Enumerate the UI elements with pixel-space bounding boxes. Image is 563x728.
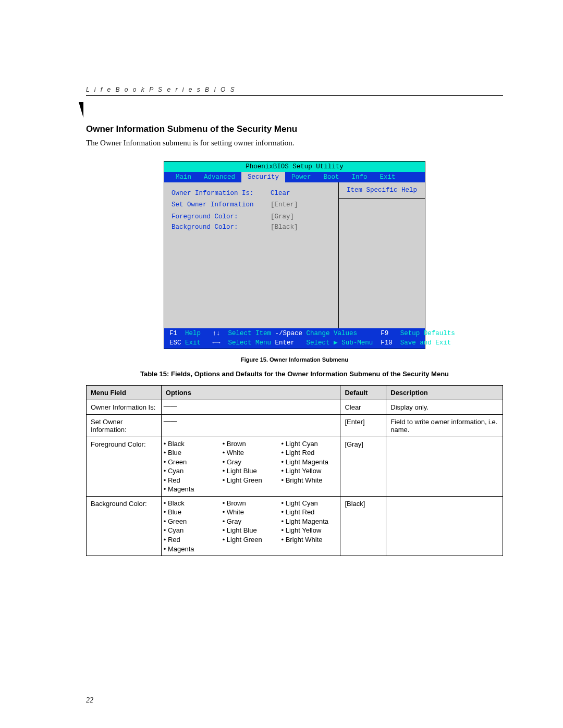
menu-field-cell: Owner Information Is:	[87, 400, 162, 414]
color-option: Brown	[223, 439, 279, 449]
bios-field-value: [Enter]	[271, 200, 298, 209]
color-option: Light Blue	[223, 526, 279, 535]
bios-menu-bar: MainAdvancedSecurityPowerBootInfoExit	[164, 172, 425, 182]
bios-tab: Power	[285, 172, 317, 182]
menu-field-cell: Foreground Color:	[87, 437, 162, 496]
color-option: Gray	[223, 517, 279, 526]
description-cell	[386, 496, 503, 556]
page-number: 22	[86, 696, 93, 705]
bios-footer: F1 Help ↑↓ Select Item -/Space Change Va…	[164, 328, 425, 348]
color-option: Green	[164, 458, 221, 467]
menu-field-cell: Background Color:	[87, 496, 162, 556]
color-option: Light Yellow	[282, 466, 338, 476]
table-header-row: Menu FieldOptionsDefaultDescription	[87, 385, 503, 400]
bios-help-title: Item Specific Help	[339, 182, 425, 199]
bios-tab: Boot	[317, 172, 346, 182]
running-header: L i f e B o o k P S e r i e s B I O S	[86, 86, 503, 93]
default-cell: [Black]	[340, 496, 386, 556]
color-option: Brown	[223, 499, 279, 508]
color-option: Bright White	[282, 535, 338, 545]
options-cell: ——	[161, 414, 340, 437]
bios-help-pane: Item Specific Help	[339, 182, 425, 328]
table-caption: Table 15: Fields, Options and Defaults f…	[86, 370, 503, 378]
menu-field-cell: Set Owner Information:	[87, 414, 162, 437]
color-option: Bright White	[282, 476, 338, 485]
table-row: Set Owner Information:——[Enter]Field to …	[87, 414, 503, 437]
bios-tab: Info	[346, 172, 374, 182]
bios-field-row: Foreground Color:[Gray]	[172, 212, 333, 221]
section-intro: The Owner Information submenu is for set…	[86, 139, 503, 147]
default-cell: [Gray]	[340, 437, 386, 496]
bios-field-value: Clear	[271, 189, 290, 198]
color-option: White	[223, 448, 279, 458]
color-option: Light Green	[223, 476, 279, 485]
color-option: Light Green	[223, 535, 279, 545]
bios-field-row: Set Owner Information[Enter]	[172, 200, 333, 209]
description-cell: Display only.	[386, 400, 503, 414]
color-option: Light Magenta	[282, 517, 338, 526]
options-cell: ——	[161, 400, 340, 414]
options-cell: BlackBlueGreenCyanRedMagentaBrownWhiteGr…	[161, 496, 340, 556]
table-row: Owner Information Is:——ClearDisplay only…	[87, 400, 503, 414]
bios-panel: PhoenixBIOS Setup Utility MainAdvancedSe…	[164, 161, 425, 349]
color-option: Light Cyan	[282, 499, 338, 508]
color-option: Blue	[164, 508, 221, 517]
color-option: Cyan	[164, 466, 221, 476]
section-title: Owner Information Submenu of the Securit…	[86, 124, 503, 134]
default-cell: Clear	[340, 400, 386, 414]
table-row: Background Color:BlackBlueGreenCyanRedMa…	[87, 496, 503, 556]
color-option: Magenta	[164, 545, 221, 554]
bios-tab: Exit	[374, 172, 402, 182]
table-row: Foreground Color:BlackBlueGreenCyanRedMa…	[87, 437, 503, 496]
color-option: Light Magenta	[282, 458, 338, 467]
table-header-cell: Menu Field	[87, 385, 162, 400]
color-option: Light Red	[282, 448, 338, 458]
color-option: Light Cyan	[282, 439, 338, 449]
bios-footer-row: ESC Exit ←→ Select Menu Enter Select ▶ S…	[169, 338, 420, 348]
figure-caption: Figure 15. Owner Information Submenu	[86, 356, 503, 363]
color-option: Light Yellow	[282, 526, 338, 535]
document-page: L i f e B o o k P S e r i e s B I O S Ow…	[0, 0, 563, 728]
description-cell	[386, 437, 503, 496]
color-option: Magenta	[164, 485, 221, 494]
color-option: White	[223, 508, 279, 517]
bios-field-row: Background Color:[Black]	[172, 223, 333, 232]
header-triangle-icon	[79, 102, 83, 118]
description-cell: Field to write owner information, i.e. n…	[386, 414, 503, 437]
table-header-cell: Description	[386, 385, 503, 400]
bios-field-label: Background Color:	[172, 223, 271, 232]
bios-tab: Main	[169, 172, 198, 182]
table-header-cell: Options	[161, 385, 340, 400]
color-option: Green	[164, 517, 221, 526]
header-rule	[86, 95, 503, 96]
bios-title: PhoenixBIOS Setup Utility	[164, 162, 425, 172]
bios-field-label: Foreground Color:	[172, 212, 271, 221]
bios-field-value: [Gray]	[271, 212, 294, 221]
table-header-cell: Default	[340, 385, 386, 400]
bios-tab: Advanced	[198, 172, 241, 182]
bios-field-row: Owner Information Is:Clear	[172, 189, 333, 198]
color-option: Red	[164, 535, 221, 545]
options-table: Menu FieldOptionsDefaultDescription Owne…	[86, 385, 503, 557]
bios-body: Owner Information Is:ClearSet Owner Info…	[164, 182, 425, 328]
color-option: Light Blue	[223, 466, 279, 476]
color-option: Blue	[164, 448, 221, 458]
color-option: Gray	[223, 458, 279, 467]
color-option: Cyan	[164, 526, 221, 535]
color-option: Red	[164, 476, 221, 485]
bios-field-label: Set Owner Information	[172, 200, 271, 209]
bios-footer-row: F1 Help ↑↓ Select Item -/Space Change Va…	[169, 329, 420, 338]
bios-field-value: [Black]	[271, 223, 298, 232]
color-option: Light Red	[282, 508, 338, 517]
bios-tab: Security	[241, 172, 285, 182]
color-option: Black	[164, 499, 221, 508]
options-cell: BlackBlueGreenCyanRedMagentaBrownWhiteGr…	[161, 437, 340, 496]
bios-screenshot: PhoenixBIOS Setup Utility MainAdvancedSe…	[86, 161, 503, 349]
bios-field-label: Owner Information Is:	[172, 189, 271, 198]
default-cell: [Enter]	[340, 414, 386, 437]
bios-fields: Owner Information Is:ClearSet Owner Info…	[164, 182, 339, 328]
color-option: Black	[164, 439, 221, 449]
